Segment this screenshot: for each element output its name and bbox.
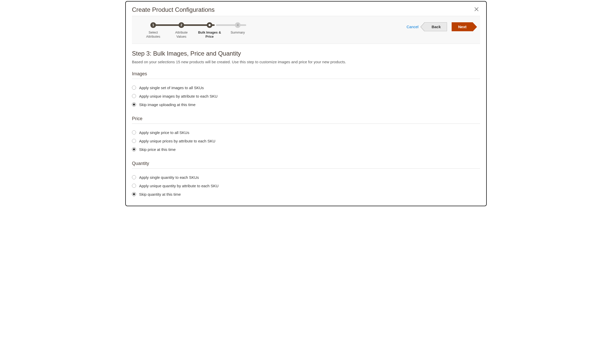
step-current-icon xyxy=(207,22,212,28)
radio-icon[interactable] xyxy=(132,139,136,143)
step-3: Bulk Images & Price xyxy=(195,22,224,39)
modal: Create Product Configurations 1 Select A… xyxy=(125,1,487,206)
step-number-icon: 1 xyxy=(150,22,156,28)
cancel-button[interactable]: Cancel xyxy=(406,23,420,31)
step-description: Based on your selections 15 new products… xyxy=(132,60,480,64)
wizard-actions: Cancel Back Next xyxy=(406,22,473,31)
step-title: Step 3: Bulk Images, Price and Quantity xyxy=(132,50,480,57)
modal-title: Create Product Configurations xyxy=(132,6,215,13)
step-number-icon: 4 xyxy=(235,22,241,28)
radio-label: Apply unique images by attribute to each… xyxy=(139,94,217,98)
radio-label: Skip image uploading at this time xyxy=(139,102,195,107)
images-option-skip[interactable]: Skip image uploading at this time xyxy=(132,100,480,109)
quantity-option-unique[interactable]: Apply unique quantity by attribute to ea… xyxy=(132,182,480,190)
radio-label: Apply unique prices by attribute to each… xyxy=(139,139,215,143)
modal-header: Create Product Configurations xyxy=(126,2,486,16)
quantity-option-skip[interactable]: Skip quantity at this time xyxy=(132,190,480,199)
radio-label: Apply single set of images to all SKUs xyxy=(139,86,204,90)
step-number-icon: 2 xyxy=(179,22,184,28)
stepper: 1 Select Attributes 2 Attribute Values B… xyxy=(139,22,252,39)
step-label: Select Attributes xyxy=(146,30,160,39)
step-label: Summary xyxy=(231,30,245,35)
quantity-option-single[interactable]: Apply single quantity to each SKUs xyxy=(132,173,480,182)
step-label: Attribute Values xyxy=(175,30,188,39)
radio-icon[interactable] xyxy=(132,184,136,188)
step-1: 1 Select Attributes xyxy=(139,22,167,39)
section-title-images: Images xyxy=(132,71,480,79)
close-icon[interactable] xyxy=(473,6,480,13)
radio-icon[interactable] xyxy=(132,94,136,98)
step-label: Bulk Images & Price xyxy=(198,30,221,39)
radio-label: Skip price at this time xyxy=(139,147,176,152)
step-4: 4 Summary xyxy=(224,22,252,39)
radio-icon[interactable] xyxy=(132,86,136,90)
price-option-unique[interactable]: Apply unique prices by attribute to each… xyxy=(132,137,480,145)
section-title-quantity: Quantity xyxy=(132,161,480,169)
step-body: Step 3: Bulk Images, Price and Quantity … xyxy=(126,44,486,206)
section-title-price: Price xyxy=(132,116,480,124)
stepper-bar: 1 Select Attributes 2 Attribute Values B… xyxy=(132,16,480,44)
back-button[interactable]: Back xyxy=(424,22,447,31)
radio-icon[interactable] xyxy=(132,192,136,196)
radio-label: Apply single quantity to each SKUs xyxy=(139,175,199,180)
images-option-unique[interactable]: Apply unique images by attribute to each… xyxy=(132,92,480,100)
radio-label: Apply unique quantity by attribute to ea… xyxy=(139,184,219,188)
radio-icon[interactable] xyxy=(132,175,136,179)
radio-label: Skip quantity at this time xyxy=(139,192,181,196)
step-2: 2 Attribute Values xyxy=(167,22,195,39)
next-button[interactable]: Next xyxy=(452,22,473,31)
radio-icon[interactable] xyxy=(132,102,136,107)
radio-icon[interactable] xyxy=(132,130,136,134)
radio-icon[interactable] xyxy=(132,147,136,151)
price-option-skip[interactable]: Skip price at this time xyxy=(132,145,480,154)
images-option-single[interactable]: Apply single set of images to all SKUs xyxy=(132,84,480,92)
radio-label: Apply single price to all SKUs xyxy=(139,130,189,135)
price-option-single[interactable]: Apply single price to all SKUs xyxy=(132,128,480,137)
